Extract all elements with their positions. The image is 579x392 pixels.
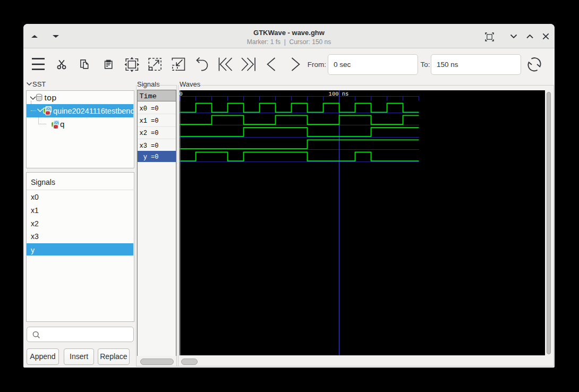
svg-text:0: 0: [180, 91, 183, 97]
svg-text:100 ns: 100 ns: [328, 91, 348, 97]
